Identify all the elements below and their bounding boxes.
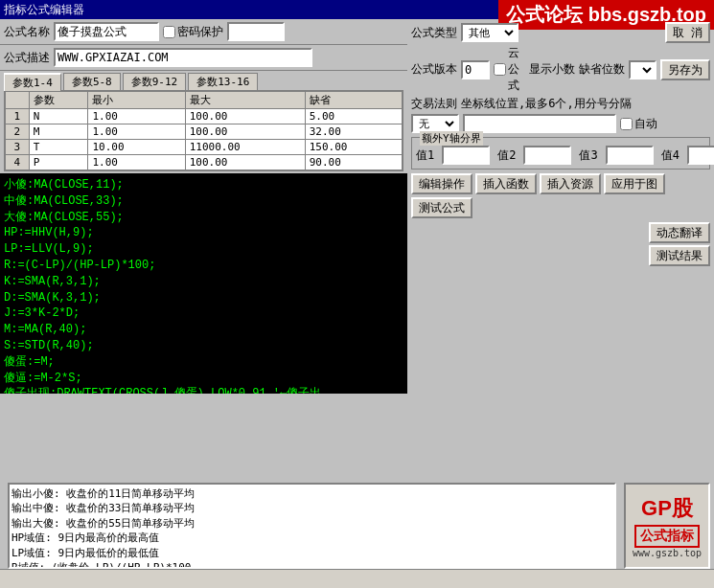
- row-num: 2: [6, 124, 30, 140]
- trading-rules-row: 交易法则 坐标线位置,最多6个,用分号分隔: [411, 96, 710, 112]
- code-line: D:=SMA(K,3,1);: [4, 290, 403, 306]
- val4-input[interactable]: [687, 146, 714, 165]
- val2-label: 值2: [497, 147, 516, 164]
- table-row: 2: [6, 124, 403, 140]
- auto-checkbox[interactable]: [620, 118, 633, 130]
- col-default: 缺省: [305, 92, 402, 109]
- val1-label: 值1: [416, 147, 434, 164]
- logo-subtitle: 公式指标: [634, 525, 700, 548]
- desc-line: 输出大傻: 收盘价的55日简单移动平均: [12, 516, 612, 531]
- dynamic-translate-button[interactable]: 动态翻译: [649, 222, 710, 243]
- col-num: [6, 92, 30, 109]
- param-min: [88, 140, 185, 155]
- param-max: [185, 140, 305, 155]
- formula-type-select[interactable]: 其他: [461, 23, 518, 42]
- code-line: J:=3*K-2*D;: [4, 305, 403, 322]
- val3-label: 值3: [579, 147, 597, 164]
- logo-line: GP股: [641, 494, 693, 523]
- default-decimals-label: 缺省位数: [579, 61, 625, 78]
- cloud-label: 云公式: [494, 45, 525, 94]
- param-default: [305, 140, 402, 155]
- test-formula-button[interactable]: 测试公式: [411, 197, 472, 218]
- formula-version-input[interactable]: [461, 60, 490, 79]
- formula-type-row: 公式类型 其他 取 消: [411, 22, 710, 43]
- formula-name-label: 公式名称: [4, 24, 50, 40]
- apply-to-chart-button[interactable]: 应用于图: [604, 173, 665, 194]
- extra-axis-group: 额外Y轴分界 值1 值2 值3 值4: [411, 137, 710, 170]
- code-line: 傻蛋:=M;: [4, 354, 403, 371]
- param-default: [305, 155, 402, 170]
- left-panel: 公式名称 密码保护 公式描述 参数1-4 参数5-8 参数9-12: [0, 19, 407, 396]
- logo-gp: GP股: [641, 494, 693, 523]
- formula-version-label: 公式版本: [411, 61, 457, 78]
- insert-resource-button[interactable]: 插入资源: [540, 173, 601, 194]
- val2-input[interactable]: [523, 146, 571, 165]
- val3-input[interactable]: [606, 146, 654, 165]
- param-min: [88, 124, 185, 140]
- formula-name-input[interactable]: [54, 22, 159, 41]
- edit-ops-button[interactable]: 编辑操作: [411, 173, 472, 194]
- row-num: 4: [6, 155, 30, 170]
- extra-axis-inputs: 值1 值2 值3 值4: [416, 146, 705, 165]
- extra-axis-title: 额外Y轴分界: [420, 131, 483, 146]
- action-buttons-row: 编辑操作 插入函数 插入资源 应用于图 测试公式: [411, 173, 710, 218]
- val1-input[interactable]: [442, 146, 490, 165]
- coordinate-label: 坐标线位置,最多6个,用分号分隔: [461, 96, 632, 112]
- code-line: 中傻:MA(CLOSE,33);: [4, 193, 403, 210]
- param-default: [305, 124, 402, 140]
- formula-type-label: 公式类型: [411, 25, 457, 41]
- col-min: 最小: [88, 92, 185, 109]
- tab-params-13-16[interactable]: 参数13-16: [188, 73, 258, 90]
- bottom-right-buttons: 动态翻译 测试结果: [649, 222, 710, 266]
- table-row: 4: [6, 155, 403, 170]
- desc-line: R域值: (收盘价-LP)/(HP-LP)*100: [12, 560, 612, 569]
- desc-line: 输出小傻: 收盘价的11日简单移动平均: [12, 486, 612, 501]
- trading-rules-label: 交易法则: [411, 96, 457, 112]
- trading-rules-select[interactable]: 无: [411, 114, 459, 133]
- coordinate-input[interactable]: [463, 114, 616, 133]
- save-as-button[interactable]: 另存为: [660, 59, 710, 80]
- auto-label: 自动: [620, 116, 657, 132]
- bottom-right-panel: GP股 公式指标 www.gszb.top: [624, 483, 710, 569]
- formula-desc-input[interactable]: [54, 48, 312, 67]
- logo-url: www.gszb.top: [633, 548, 702, 558]
- formula-desc-row: 公式描述: [0, 45, 407, 71]
- tab-params-5-8[interactable]: 参数5-8: [63, 73, 121, 90]
- code-line: K:=SMA(R,3,1);: [4, 274, 403, 290]
- param-name: [29, 140, 88, 155]
- param-min: [88, 155, 185, 170]
- param-min: [88, 109, 185, 124]
- right-panel: 公式类型 其他 取 消 公式版本 云公式 显示小数 缺省位数 另存为 交易法则 …: [407, 19, 714, 225]
- bottom-area: 输出小傻: 收盘价的11日简单移动平均输出中傻: 收盘价的33日简单移动平均输出…: [4, 483, 710, 569]
- cloud-checkbox[interactable]: [494, 63, 506, 76]
- password-label: 密码保护: [163, 24, 223, 40]
- trading-rules-input-row: 无 自动: [411, 114, 710, 133]
- val4-label: 值4: [661, 147, 679, 164]
- code-line: R:=(C-LP)/(HP-LP)*100;: [4, 258, 403, 274]
- password-input[interactable]: [227, 22, 285, 41]
- code-editor[interactable]: 小傻:MA(CLOSE,11);中傻:MA(CLOSE,33);大傻:MA(CL…: [0, 173, 407, 394]
- desc-line: HP域值: 9日内最高价的最高值: [12, 531, 612, 545]
- status-bar: [0, 569, 714, 588]
- code-line: HP:=HHV(H,9);: [4, 225, 403, 241]
- formula-name-row: 公式名称 密码保护: [0, 19, 407, 45]
- logo-panel: GP股 公式指标 www.gszb.top: [624, 483, 710, 569]
- param-max: [185, 155, 305, 170]
- bottom-row: 输出小傻: 收盘价的11日简单移动平均输出中傻: 收盘价的33日简单移动平均输出…: [4, 483, 710, 569]
- col-param: 参数: [29, 92, 88, 109]
- test-result-button[interactable]: 测试结果: [649, 245, 710, 266]
- tab-params-1-4[interactable]: 参数1-4: [4, 73, 61, 91]
- password-checkbox[interactable]: [163, 26, 175, 38]
- code-line: M:=MA(R,40);: [4, 322, 403, 338]
- decimals-select[interactable]: [629, 60, 656, 79]
- table-row: 1: [6, 109, 403, 124]
- title-text: 指标公式编辑器: [4, 2, 84, 18]
- formula-version-row: 公式版本 云公式 显示小数 缺省位数 另存为: [411, 45, 710, 94]
- tab-params-9-12[interactable]: 参数9-12: [123, 73, 187, 90]
- param-name: [29, 109, 88, 124]
- insert-function-button[interactable]: 插入函数: [475, 173, 537, 194]
- code-line: LP:=LLV(L,9);: [4, 241, 403, 258]
- desc-line: 输出中傻: 收盘价的33日简单移动平均: [12, 501, 612, 515]
- cancel-button[interactable]: 取 消: [665, 22, 710, 43]
- col-max: 最大: [185, 92, 305, 109]
